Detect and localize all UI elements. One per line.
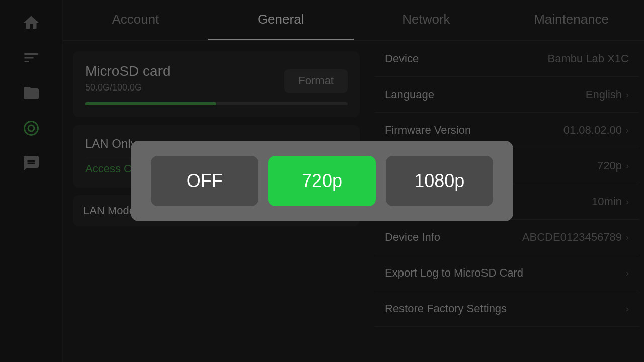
resolution-modal: OFF 720p 1080p [131,141,513,221]
off-button[interactable]: OFF [151,156,258,206]
overlay: OFF 720p 1080p [0,0,644,362]
720p-button[interactable]: 720p [268,156,375,206]
1080p-button[interactable]: 1080p [386,156,493,206]
